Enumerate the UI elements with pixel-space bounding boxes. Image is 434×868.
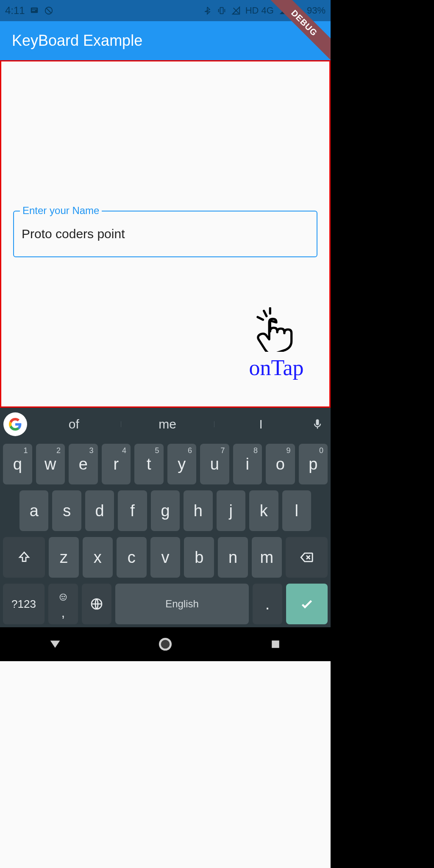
bluetooth-icon <box>202 6 212 16</box>
key-o[interactable]: 9o <box>266 444 295 484</box>
svg-rect-11 <box>272 640 279 648</box>
svg-rect-3 <box>296 8 299 14</box>
key-w[interactable]: 2w <box>36 444 65 484</box>
shift-key[interactable] <box>3 537 45 578</box>
key-a[interactable]: a <box>19 490 48 531</box>
message-icon <box>29 6 39 16</box>
suggestion-1[interactable]: of <box>27 417 121 431</box>
svg-point-10 <box>162 641 169 648</box>
key-z[interactable]: z <box>49 537 79 578</box>
svg-point-6 <box>62 596 63 597</box>
key-u[interactable]: 7u <box>200 444 229 484</box>
name-field-outline[interactable]: Enter your Name <box>13 211 317 257</box>
suggestion-2[interactable]: me <box>121 417 214 431</box>
nav-home-button[interactable] <box>156 635 175 654</box>
key-l[interactable]: l <box>282 490 311 531</box>
key-d[interactable]: d <box>85 490 114 531</box>
key-q[interactable]: 1q <box>3 444 32 484</box>
key-i[interactable]: 8i <box>233 444 262 484</box>
key-c[interactable]: c <box>117 537 147 578</box>
key-x[interactable]: x <box>83 537 113 578</box>
language-key[interactable] <box>82 584 111 624</box>
signal-empty-icon <box>231 6 241 16</box>
key-p[interactable]: 0p <box>299 444 328 484</box>
svg-rect-2 <box>220 8 223 14</box>
key-r[interactable]: 4r <box>102 444 131 484</box>
enter-key[interactable] <box>286 584 328 624</box>
key-g[interactable]: g <box>151 490 180 531</box>
name-input[interactable] <box>22 227 309 241</box>
system-nav-bar <box>0 627 331 661</box>
key-n[interactable]: n <box>218 537 248 578</box>
battery-icon <box>292 6 303 16</box>
mic-button[interactable] <box>308 418 327 430</box>
period-key[interactable]: . <box>253 584 282 624</box>
key-e[interactable]: 3e <box>69 444 98 484</box>
signal-full-icon <box>278 6 288 16</box>
tap-hand-icon <box>249 307 304 352</box>
key-y[interactable]: 6y <box>167 444 197 484</box>
symbols-key[interactable]: ?123 <box>3 584 45 624</box>
comma-key[interactable]: , <box>48 584 78 624</box>
battery-percent: 93% <box>307 5 326 16</box>
no-sync-icon <box>44 6 54 16</box>
tap-overlay: onTap <box>249 307 304 380</box>
backspace-key[interactable] <box>286 537 328 578</box>
key-h[interactable]: h <box>184 490 212 531</box>
key-t[interactable]: 5t <box>134 444 164 484</box>
key-m[interactable]: m <box>252 537 282 578</box>
vibrate-icon <box>217 6 227 16</box>
key-j[interactable]: j <box>217 490 245 531</box>
key-b[interactable]: b <box>184 537 214 578</box>
svg-point-7 <box>64 596 65 597</box>
spacebar-key[interactable]: English <box>115 584 249 624</box>
status-time: 4:11 <box>5 5 25 17</box>
google-button[interactable] <box>3 412 27 436</box>
suggestion-3[interactable]: I <box>214 417 308 431</box>
gesture-detector-area[interactable]: Enter your Name onTap <box>0 60 331 408</box>
name-field-label: Enter your Name <box>20 205 102 217</box>
key-s[interactable]: s <box>52 490 81 531</box>
suggestion-bar: of me I <box>0 408 331 441</box>
key-k[interactable]: k <box>249 490 278 531</box>
app-bar: KeyBoard Example <box>0 21 331 60</box>
tap-label: onTap <box>249 355 304 380</box>
key-f[interactable]: f <box>118 490 147 531</box>
svg-rect-4 <box>297 8 298 8</box>
status-bar: 4:11 HD 4G 93% <box>0 0 331 21</box>
key-v[interactable]: v <box>150 537 181 578</box>
nav-recent-button[interactable] <box>266 635 285 654</box>
network-label: HD 4G <box>245 5 274 16</box>
soft-keyboard: of me I 1q2w3e4r5t6y7u8i9o0p asdfghjkl z… <box>0 408 331 627</box>
svg-rect-0 <box>31 8 38 13</box>
svg-point-5 <box>60 594 67 601</box>
nav-back-button[interactable] <box>46 635 64 654</box>
app-title: KeyBoard Example <box>12 32 142 50</box>
